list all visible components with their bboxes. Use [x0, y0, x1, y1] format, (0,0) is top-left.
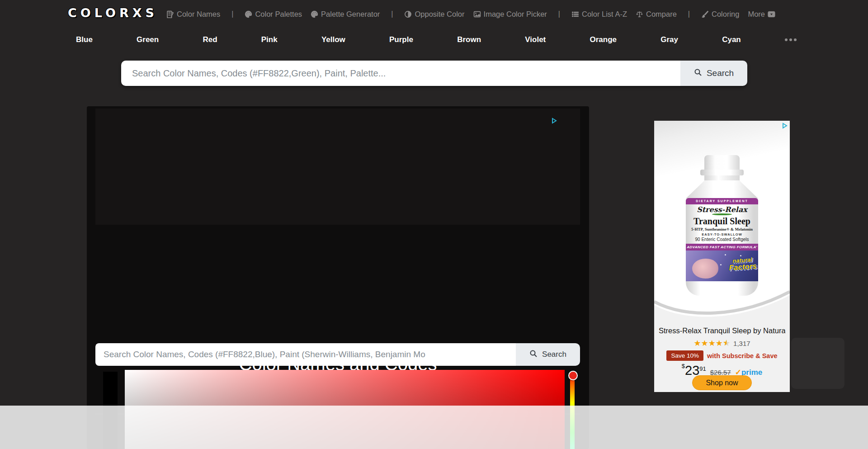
main-search-bar: Search — [121, 61, 747, 86]
nav-item-color-names[interactable]: Color Names — [166, 10, 220, 19]
nav-separator: | — [685, 10, 693, 18]
search-input[interactable] — [121, 61, 680, 86]
bottle-cap-ring — [704, 175, 740, 181]
sleeping-person-image — [692, 259, 718, 279]
category-link-yellow[interactable]: Yellow — [321, 35, 345, 44]
nav-item-label: Color Palettes — [255, 10, 302, 19]
bottle-cap-lip — [700, 170, 744, 175]
nav-item-label: Image Color Picker — [484, 10, 547, 19]
search-icon — [694, 68, 702, 79]
ad-rating-row[interactable]: ★★★★★★ 1,317 — [654, 339, 790, 348]
top-navigation-bar: COLORXS Color Names|Color PalettesPalett… — [0, 0, 868, 28]
label-band-formula: ADVANCED FAST ACTING FORMULA' — [686, 244, 758, 250]
palette-icon — [245, 10, 252, 18]
save-badge: Save 10% — [666, 350, 703, 361]
page-dim-overlay — [0, 406, 868, 449]
category-link-blue[interactable]: Blue — [76, 35, 93, 44]
nav-item-compare[interactable]: Compare — [636, 10, 677, 19]
nav-item-color-list-a-z[interactable]: Color List A-Z — [571, 10, 627, 19]
category-link-cyan[interactable]: Cyan — [722, 35, 741, 44]
category-link-orange[interactable]: Orange — [590, 35, 617, 44]
hero-ad-slot — [95, 109, 580, 225]
nav-item-palette-generator[interactable]: Palette Generator — [311, 10, 380, 19]
category-link-violet[interactable]: Violet — [525, 35, 546, 44]
nav-item-image-color-picker[interactable]: Image Color Picker — [473, 10, 547, 19]
nav-item-label: Palette Generator — [321, 10, 380, 19]
category-link-pink[interactable]: Pink — [261, 35, 278, 44]
label-photo: natural Factors — [686, 250, 758, 281]
star-full-icon: ★ — [716, 339, 723, 348]
label-leaf-underline — [712, 213, 732, 215]
brush-icon — [701, 10, 709, 18]
compare-icon — [636, 10, 643, 18]
nav-item-color-palettes[interactable]: Color Palettes — [245, 10, 302, 19]
label-count: 90 Enteric Coated Softgels — [686, 237, 758, 242]
nav-separator: | — [556, 10, 563, 18]
swatches-icon — [166, 10, 174, 18]
subscribe-save-label: with Subscribe & Save — [707, 352, 778, 359]
nav-item-label: Compare — [646, 10, 677, 19]
search-icon — [529, 350, 538, 360]
nav-item-more[interactable]: More — [748, 10, 775, 19]
natural-factors-logo: natural Factors — [728, 256, 757, 271]
nav-item-label: Color List A-Z — [582, 10, 627, 19]
star-full-icon: ★ — [708, 339, 716, 348]
search-button[interactable]: Search — [680, 61, 747, 86]
list-icon — [571, 10, 579, 18]
review-count[interactable]: 1,317 — [733, 340, 750, 347]
adchoices-icon[interactable] — [782, 123, 788, 129]
label-brand-script: Stress-Relax — [686, 205, 758, 214]
adchoices-icon[interactable] — [551, 118, 557, 124]
category-link-brown[interactable]: Brown — [457, 35, 481, 44]
star-half-icon: ★★ — [723, 339, 730, 348]
nav-item-coloring[interactable]: Coloring — [701, 10, 739, 19]
star-rating: ★★★★★★ — [693, 339, 730, 348]
star-full-icon: ★ — [701, 339, 708, 348]
opposite-color-icon — [404, 10, 412, 18]
more-dropdown-icon — [768, 10, 775, 18]
hero-panel: Color Names and Codes Color Finder and C… — [87, 106, 589, 449]
search-button-label: Search — [707, 68, 734, 78]
sidebar-ad[interactable]: DIETARY SUPPLEMENT Stress-Relax Tranquil… — [654, 121, 790, 392]
faint-overlay-panel — [791, 338, 844, 389]
nav-separator: | — [229, 10, 236, 18]
label-band-top: DIETARY SUPPLEMENT — [686, 198, 758, 204]
color-category-bar: BlueGreenRedPinkYellowPurpleBrownVioletO… — [76, 33, 797, 47]
palette-icon — [311, 10, 318, 18]
main-nav-items: Color Names|Color PalettesPalette Genera… — [166, 0, 775, 28]
category-link-red[interactable]: Red — [203, 35, 217, 44]
ad-product-title[interactable]: Stress-Relax Tranquil Sleep by Natural… — [659, 326, 785, 335]
nav-item-label: More — [748, 10, 765, 19]
price-currency: $ — [682, 363, 685, 369]
bottle-label: DIETARY SUPPLEMENT Stress-Relax Tranquil… — [686, 198, 758, 296]
product-bottle-image: DIETARY SUPPLEMENT Stress-Relax Tranquil… — [686, 155, 758, 295]
nav-separator: | — [388, 10, 396, 18]
bottle-neck — [686, 180, 758, 199]
shop-now-button[interactable]: Shop now — [692, 375, 752, 390]
nav-item-opposite-color[interactable]: Opposite Color — [404, 10, 464, 19]
label-ingredients: 5-HTP, Suntheanine® & Melatonin — [686, 227, 758, 232]
inline-search-bar: Search — [95, 343, 580, 366]
category-link-purple[interactable]: Purple — [389, 35, 413, 44]
inline-search-button[interactable]: Search — [516, 343, 580, 366]
image-icon — [473, 10, 481, 18]
price-fraction: 91 — [699, 365, 706, 372]
site-logo[interactable]: COLORXS — [68, 6, 158, 20]
ad-badge-row: Save 10% with Subscribe & Save — [654, 350, 790, 361]
category-link-green[interactable]: Green — [137, 35, 159, 44]
categories-overflow-icon[interactable] — [785, 38, 797, 41]
inline-search-input[interactable] — [95, 343, 516, 366]
nav-item-label: Opposite Color — [415, 10, 464, 19]
star-full-icon: ★ — [693, 339, 701, 348]
hue-slider-handle[interactable] — [568, 371, 578, 380]
nav-item-label: Color Names — [177, 10, 220, 19]
nav-item-label: Coloring — [712, 10, 739, 19]
label-product-name: Tranquil Sleep — [686, 216, 758, 227]
category-link-gray[interactable]: Gray — [660, 35, 678, 44]
inline-search-button-label: Search — [542, 350, 566, 359]
label-easy-to-swallow: EASY-TO-SWALLOW — [686, 232, 758, 236]
